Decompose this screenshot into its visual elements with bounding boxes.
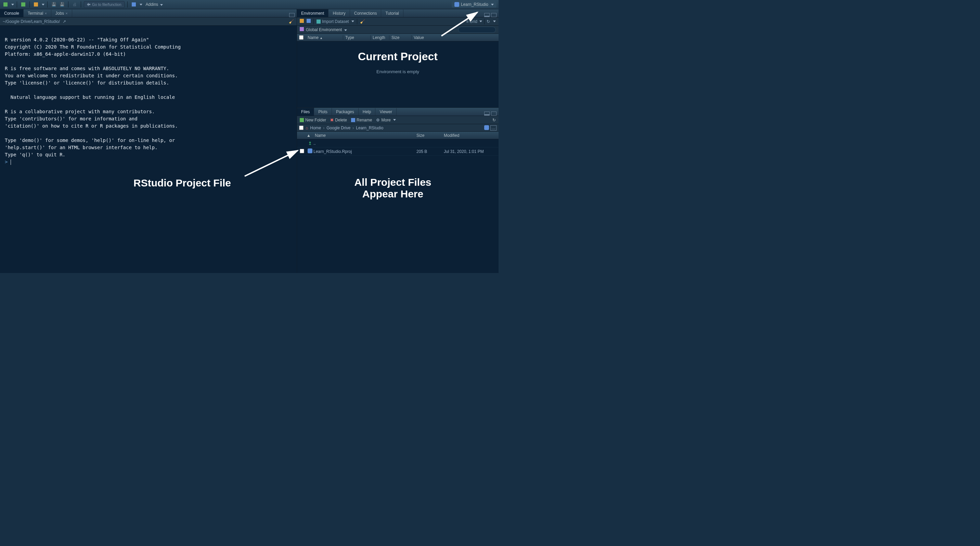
parent-dir-row[interactable]: ↥ .. [297, 139, 498, 148]
home-icon[interactable]: ⌂ [305, 125, 308, 130]
project-icon [454, 2, 459, 7]
tab-viewer[interactable]: Viewer [375, 108, 396, 116]
minimize-pane-icon[interactable] [484, 111, 490, 116]
save-icon[interactable]: 💾 [50, 1, 57, 8]
rename-button[interactable]: Rename [351, 118, 372, 122]
tab-plots[interactable]: Plots [314, 108, 332, 116]
scope-icon [300, 27, 304, 32]
header-name[interactable]: Name ▲ [305, 35, 343, 40]
tab-terminal[interactable]: Terminal× [24, 10, 51, 17]
files-column-headers: ▲ Name Size Modified [297, 132, 498, 139]
new-folder-button[interactable]: New Folder [300, 118, 326, 122]
clear-console-icon[interactable]: 🧹 [289, 19, 294, 24]
annotation-current-project: Current Project [358, 50, 438, 63]
select-all-files-checkbox[interactable] [299, 125, 304, 130]
files-toolbar: New Folder ✖Delete Rename ⚙More ↻ [297, 116, 498, 124]
save-all-icon[interactable]: 💾 [59, 1, 65, 8]
main-toolbar: 💾 💾 🖨 Go to file/function Addins Learn_R… [0, 0, 498, 9]
open-file-icon[interactable] [32, 1, 39, 8]
project-badge-icon[interactable] [484, 125, 489, 130]
project-menu[interactable]: Learn_RStudio [452, 2, 496, 8]
save-workspace-icon[interactable] [307, 19, 311, 24]
clear-objects-icon[interactable]: 🧹 [360, 19, 365, 24]
load-workspace-icon[interactable] [300, 19, 304, 24]
rproj-icon [307, 148, 313, 154]
environment-pane: Environment History Connections Tutorial… [297, 9, 498, 108]
import-dataset-button[interactable]: Import Dataset [317, 19, 354, 24]
files-tabs: Files Plots Packages Help Viewer [297, 108, 498, 116]
refresh-icon[interactable]: ↻ [487, 19, 490, 24]
up-arrow-icon: ↥ [307, 141, 313, 146]
header-value[interactable]: Value [412, 35, 498, 40]
environment-body: Current Project Environment is empty [297, 41, 498, 108]
open-recent-dropdown[interactable] [42, 4, 45, 5]
goto-dir-icon[interactable]: ↗ [63, 19, 66, 24]
working-directory-label: ~/Google Drive/Learn_RStudio/ [3, 19, 60, 24]
header-file-name[interactable]: Name [313, 133, 417, 138]
minimize-pane-icon[interactable] [484, 13, 490, 17]
console-output[interactable]: R version 4.0.2 (2020-06-22) -- "Taking … [0, 25, 297, 273]
more-button[interactable]: ⚙More [376, 118, 396, 122]
close-icon[interactable]: × [45, 11, 46, 15]
header-size[interactable]: Size [390, 35, 412, 40]
tab-environment[interactable]: Environment [297, 9, 328, 17]
files-breadcrumb: ⌂ Home › Google Drive › Learn_RStudio … [297, 124, 498, 132]
goto-file-function-input[interactable]: Go to file/function [84, 1, 124, 8]
new-project-icon[interactable] [20, 1, 27, 8]
file-list: ↥ .. Learn_RStudio.Rproj 205 B Jul 31, 2… [297, 139, 498, 273]
view-mode-selector[interactable]: ≡ Grid [466, 19, 482, 24]
file-checkbox[interactable] [300, 149, 304, 153]
tab-tutorial[interactable]: Tutorial [381, 10, 403, 17]
more-path-icon[interactable]: … [490, 125, 496, 131]
sort-indicator-icon[interactable]: ▲ [307, 133, 313, 138]
refresh-files-icon[interactable]: ↻ [492, 118, 496, 122]
header-type[interactable]: Type [343, 35, 371, 40]
environment-search-input[interactable] [458, 27, 496, 33]
console-pane: Console Terminal× Jobs× ~/Google Drive/L… [0, 9, 297, 273]
goto-placeholder: Go to file/function [92, 2, 121, 6]
environment-headers: Name ▲ Type Length Size Value [297, 34, 498, 41]
delete-button[interactable]: ✖Delete [330, 118, 347, 122]
tools-dropdown[interactable] [140, 4, 142, 5]
new-file-icon[interactable] [2, 1, 9, 8]
console-path-bar: ~/Google Drive/Learn_RStudio/ ↗ 🧹 [0, 17, 297, 25]
header-file-size[interactable]: Size [417, 133, 444, 138]
environment-toolbar: Import Dataset 🧹 ≡ Grid ↻ [297, 17, 498, 25]
file-name-label: Learn_RStudio.Rproj [313, 149, 417, 154]
cursor [11, 159, 11, 165]
environment-empty-label: Environment is empty [376, 69, 419, 74]
print-icon[interactable]: 🖨 [71, 1, 78, 8]
breadcrumb-segment[interactable]: Learn_RStudio [356, 125, 383, 130]
files-pane: Files Plots Packages Help Viewer New Fol… [297, 108, 498, 273]
project-name-label: Learn_RStudio [461, 2, 488, 7]
breadcrumb-home[interactable]: Home [310, 125, 321, 130]
minimize-pane-icon[interactable] [289, 13, 294, 17]
environment-scope-bar: Global Environment [297, 25, 498, 34]
tab-files[interactable]: Files [297, 108, 314, 116]
tab-jobs[interactable]: Jobs× [51, 10, 72, 17]
console-prompt: > [5, 159, 11, 165]
tab-help[interactable]: Help [359, 108, 376, 116]
file-size-label: 205 B [417, 149, 444, 154]
scope-selector[interactable]: Global Environment [306, 27, 347, 32]
environment-tabs: Environment History Connections Tutorial [297, 9, 498, 17]
tab-console[interactable]: Console [0, 9, 24, 17]
header-length[interactable]: Length [371, 35, 390, 40]
close-icon[interactable]: × [65, 11, 67, 15]
maximize-pane-icon[interactable] [491, 111, 496, 116]
maximize-pane-icon[interactable] [491, 13, 496, 17]
select-all-checkbox[interactable] [299, 35, 304, 40]
tab-connections[interactable]: Connections [350, 10, 382, 17]
tab-history[interactable]: History [328, 10, 350, 17]
tab-packages[interactable]: Packages [332, 108, 359, 116]
addins-menu[interactable]: Addins [144, 2, 165, 7]
console-tabs: Console Terminal× Jobs× [0, 9, 297, 17]
file-modified-label: Jul 31, 2020, 1:01 PM [444, 149, 498, 154]
breadcrumb-segment[interactable]: Google Drive [326, 125, 350, 130]
new-file-dropdown[interactable] [11, 4, 14, 5]
tools-icon[interactable] [130, 1, 137, 8]
file-row[interactable]: Learn_RStudio.Rproj 205 B Jul 31, 2020, … [297, 148, 498, 156]
header-file-modified[interactable]: Modified [444, 133, 498, 138]
